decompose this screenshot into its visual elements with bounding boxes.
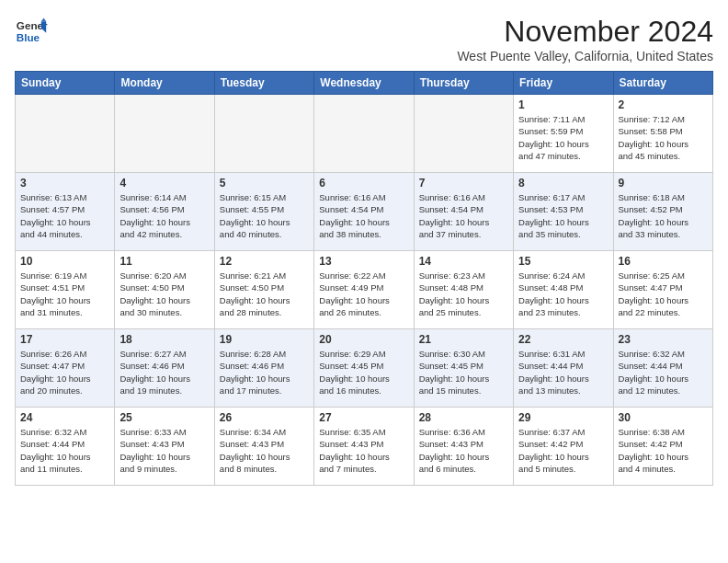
calendar-day: 3Sunrise: 6:13 AM Sunset: 4:57 PM Daylig… <box>16 173 115 251</box>
title-block: November 2024 West Puente Valley, Califo… <box>457 15 713 63</box>
month-title: November 2024 <box>457 15 713 49</box>
day-number: 21 <box>419 333 508 346</box>
day-number: 24 <box>20 411 109 424</box>
day-number: 30 <box>619 411 708 424</box>
calendar-day: 8Sunrise: 6:17 AM Sunset: 4:53 PM Daylig… <box>514 173 613 251</box>
calendar-day: 17Sunrise: 6:26 AM Sunset: 4:47 PM Dayli… <box>16 329 115 408</box>
day-number: 7 <box>419 177 508 190</box>
col-header-tuesday: Tuesday <box>214 72 313 95</box>
calendar-day: 13Sunrise: 6:22 AM Sunset: 4:49 PM Dayli… <box>314 251 414 329</box>
day-info: Sunrise: 7:11 AM Sunset: 5:59 PM Dayligh… <box>518 113 608 162</box>
day-info: Sunrise: 7:12 AM Sunset: 5:58 PM Dayligh… <box>619 113 708 162</box>
calendar-day: 14Sunrise: 6:23 AM Sunset: 4:48 PM Dayli… <box>414 251 513 329</box>
col-header-friday: Friday <box>514 72 613 95</box>
day-info: Sunrise: 6:27 AM Sunset: 4:46 PM Dayligh… <box>119 348 209 396</box>
calendar-day: 11Sunrise: 6:20 AM Sunset: 4:50 PM Dayli… <box>115 251 214 329</box>
calendar-day: 20Sunrise: 6:29 AM Sunset: 4:45 PM Dayli… <box>314 329 414 408</box>
calendar-day: 21Sunrise: 6:30 AM Sunset: 4:45 PM Dayli… <box>414 329 513 408</box>
calendar-header-row: SundayMondayTuesdayWednesdayThursdayFrid… <box>16 72 713 95</box>
calendar-day <box>115 95 214 173</box>
day-number: 18 <box>119 333 209 346</box>
day-info: Sunrise: 6:18 AM Sunset: 4:52 PM Dayligh… <box>619 191 708 240</box>
calendar-day: 22Sunrise: 6:31 AM Sunset: 4:44 PM Dayli… <box>514 329 613 408</box>
calendar-table: SundayMondayTuesdayWednesdayThursdayFrid… <box>15 71 713 486</box>
col-header-thursday: Thursday <box>414 72 513 95</box>
calendar-day <box>414 95 513 173</box>
col-header-sunday: Sunday <box>16 72 115 95</box>
svg-text:Blue: Blue <box>17 31 40 43</box>
day-info: Sunrise: 6:17 AM Sunset: 4:53 PM Dayligh… <box>518 191 608 240</box>
calendar-day: 19Sunrise: 6:28 AM Sunset: 4:46 PM Dayli… <box>214 329 313 408</box>
logo-icon: General Blue <box>15 15 48 48</box>
day-number: 10 <box>20 255 109 268</box>
col-header-wednesday: Wednesday <box>314 72 414 95</box>
calendar-day: 12Sunrise: 6:21 AM Sunset: 4:50 PM Dayli… <box>214 251 313 329</box>
day-number: 2 <box>619 98 708 111</box>
calendar-day: 1Sunrise: 7:11 AM Sunset: 5:59 PM Daylig… <box>514 95 613 173</box>
day-info: Sunrise: 6:29 AM Sunset: 4:45 PM Dayligh… <box>319 348 408 396</box>
day-number: 1 <box>518 98 608 111</box>
calendar-day: 2Sunrise: 7:12 AM Sunset: 5:58 PM Daylig… <box>613 95 712 173</box>
calendar-week-row: 10Sunrise: 6:19 AM Sunset: 4:51 PM Dayli… <box>16 251 713 329</box>
day-info: Sunrise: 6:32 AM Sunset: 4:44 PM Dayligh… <box>619 348 708 396</box>
day-number: 14 <box>419 255 508 268</box>
calendar-day: 26Sunrise: 6:34 AM Sunset: 4:43 PM Dayli… <box>214 408 313 486</box>
day-number: 25 <box>119 411 209 424</box>
day-info: Sunrise: 6:30 AM Sunset: 4:45 PM Dayligh… <box>419 348 508 396</box>
col-header-saturday: Saturday <box>613 72 712 95</box>
calendar-week-row: 17Sunrise: 6:26 AM Sunset: 4:47 PM Dayli… <box>16 329 713 408</box>
calendar-day: 7Sunrise: 6:16 AM Sunset: 4:54 PM Daylig… <box>414 173 513 251</box>
day-info: Sunrise: 6:21 AM Sunset: 4:50 PM Dayligh… <box>220 270 309 318</box>
day-info: Sunrise: 6:31 AM Sunset: 4:44 PM Dayligh… <box>518 348 608 396</box>
day-number: 19 <box>220 333 309 346</box>
calendar-day: 15Sunrise: 6:24 AM Sunset: 4:48 PM Dayli… <box>514 251 613 329</box>
calendar-day: 30Sunrise: 6:38 AM Sunset: 4:42 PM Dayli… <box>613 408 712 486</box>
day-number: 12 <box>220 255 309 268</box>
calendar-day: 23Sunrise: 6:32 AM Sunset: 4:44 PM Dayli… <box>613 329 712 408</box>
calendar-day: 29Sunrise: 6:37 AM Sunset: 4:42 PM Dayli… <box>514 408 613 486</box>
calendar-day: 28Sunrise: 6:36 AM Sunset: 4:43 PM Dayli… <box>414 408 513 486</box>
day-number: 26 <box>220 411 309 424</box>
day-info: Sunrise: 6:26 AM Sunset: 4:47 PM Dayligh… <box>20 348 109 396</box>
calendar-week-row: 3Sunrise: 6:13 AM Sunset: 4:57 PM Daylig… <box>16 173 713 251</box>
calendar-day <box>314 95 414 173</box>
calendar-day: 25Sunrise: 6:33 AM Sunset: 4:43 PM Dayli… <box>115 408 214 486</box>
page-header: General Blue November 2024 West Puente V… <box>15 15 713 63</box>
day-info: Sunrise: 6:28 AM Sunset: 4:46 PM Dayligh… <box>220 348 309 396</box>
day-info: Sunrise: 6:20 AM Sunset: 4:50 PM Dayligh… <box>119 270 209 318</box>
day-info: Sunrise: 6:13 AM Sunset: 4:57 PM Dayligh… <box>20 191 109 240</box>
day-info: Sunrise: 6:35 AM Sunset: 4:43 PM Dayligh… <box>319 426 408 475</box>
day-number: 9 <box>619 177 708 190</box>
day-info: Sunrise: 6:15 AM Sunset: 4:55 PM Dayligh… <box>220 191 309 240</box>
location: West Puente Valley, California, United S… <box>457 49 713 63</box>
day-number: 15 <box>518 255 608 268</box>
day-info: Sunrise: 6:34 AM Sunset: 4:43 PM Dayligh… <box>220 426 309 475</box>
col-header-monday: Monday <box>115 72 214 95</box>
day-number: 16 <box>619 255 708 268</box>
day-number: 3 <box>20 177 109 190</box>
day-number: 27 <box>319 411 408 424</box>
day-info: Sunrise: 6:36 AM Sunset: 4:43 PM Dayligh… <box>419 426 508 475</box>
calendar-day: 18Sunrise: 6:27 AM Sunset: 4:46 PM Dayli… <box>115 329 214 408</box>
calendar-day: 4Sunrise: 6:14 AM Sunset: 4:56 PM Daylig… <box>115 173 214 251</box>
day-info: Sunrise: 6:19 AM Sunset: 4:51 PM Dayligh… <box>20 270 109 318</box>
day-number: 20 <box>319 333 408 346</box>
day-number: 29 <box>518 411 608 424</box>
day-info: Sunrise: 6:22 AM Sunset: 4:49 PM Dayligh… <box>319 270 408 318</box>
day-number: 8 <box>518 177 608 190</box>
day-number: 5 <box>220 177 309 190</box>
day-number: 17 <box>20 333 109 346</box>
day-info: Sunrise: 6:23 AM Sunset: 4:48 PM Dayligh… <box>419 270 508 318</box>
day-number: 6 <box>319 177 408 190</box>
day-number: 22 <box>518 333 608 346</box>
calendar-week-row: 1Sunrise: 7:11 AM Sunset: 5:59 PM Daylig… <box>16 95 713 173</box>
calendar-day: 6Sunrise: 6:16 AM Sunset: 4:54 PM Daylig… <box>314 173 414 251</box>
day-number: 11 <box>119 255 209 268</box>
calendar-day: 16Sunrise: 6:25 AM Sunset: 4:47 PM Dayli… <box>613 251 712 329</box>
calendar-day <box>16 95 115 173</box>
calendar-week-row: 24Sunrise: 6:32 AM Sunset: 4:44 PM Dayli… <box>16 408 713 486</box>
calendar-day: 10Sunrise: 6:19 AM Sunset: 4:51 PM Dayli… <box>16 251 115 329</box>
day-info: Sunrise: 6:24 AM Sunset: 4:48 PM Dayligh… <box>518 270 608 318</box>
calendar-day <box>214 95 313 173</box>
day-number: 28 <box>419 411 508 424</box>
